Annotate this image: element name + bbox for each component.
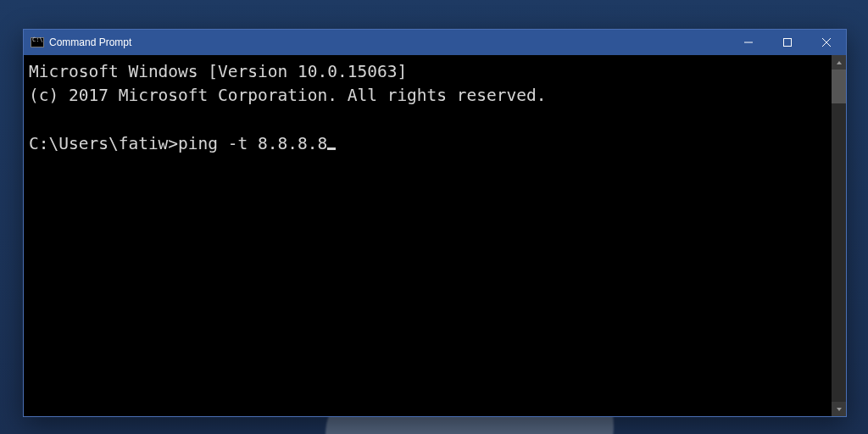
maximize-button[interactable]	[768, 30, 807, 55]
svg-rect-1	[784, 39, 792, 47]
svg-marker-4	[837, 61, 842, 64]
close-button[interactable]	[807, 30, 846, 55]
svg-marker-5	[837, 408, 842, 411]
scroll-up-button[interactable]	[832, 55, 846, 70]
desktop-background: Command Prompt Microsoft Windows [Versio…	[0, 0, 868, 434]
minimize-button[interactable]	[729, 30, 768, 55]
command-prompt-window: Command Prompt Microsoft Windows [Versio…	[23, 29, 847, 417]
terminal-output[interactable]: Microsoft Windows [Version 10.0.15063] (…	[24, 55, 832, 416]
scroll-thumb[interactable]	[832, 70, 846, 103]
copyright-line: (c) 2017 Microsoft Corporation. All righ…	[29, 86, 546, 105]
client-area: Microsoft Windows [Version 10.0.15063] (…	[24, 55, 846, 416]
vertical-scrollbar[interactable]	[832, 55, 846, 416]
prompt-path: C:\Users\fatiw>	[29, 134, 178, 153]
window-title: Command Prompt	[49, 36, 131, 48]
version-line: Microsoft Windows [Version 10.0.15063]	[29, 62, 407, 81]
text-cursor	[327, 147, 336, 150]
titlebar[interactable]: Command Prompt	[24, 30, 846, 55]
scroll-down-button[interactable]	[832, 402, 846, 416]
cmd-icon	[31, 37, 44, 47]
typed-command: ping -t 8.8.8.8	[178, 134, 327, 153]
